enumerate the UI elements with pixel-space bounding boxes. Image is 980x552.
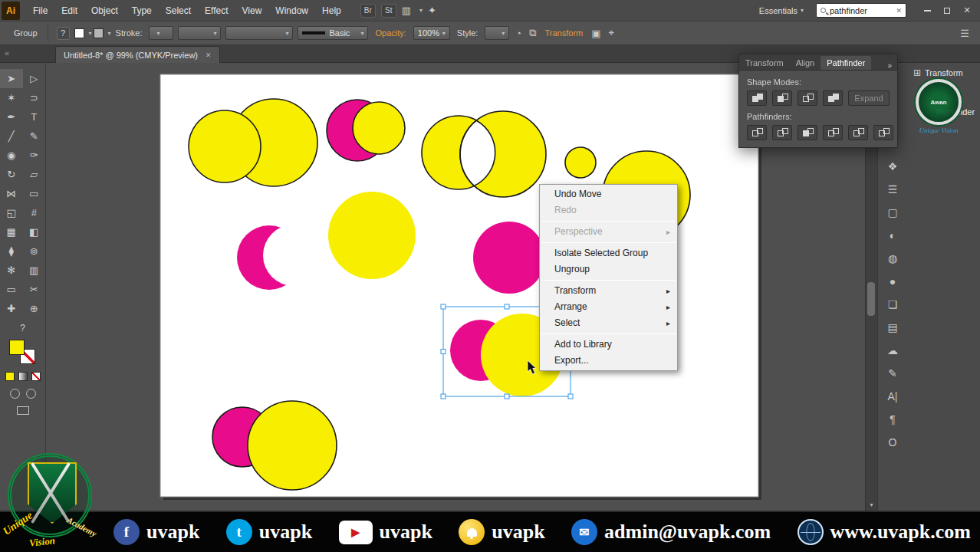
stroke-weight-stepper[interactable]: ▾ xyxy=(149,26,173,40)
bridge-icon[interactable]: Br xyxy=(360,4,376,18)
menu-edit[interactable]: Edit xyxy=(54,0,84,21)
fill-color-swatch[interactable] xyxy=(74,28,84,38)
mesh-tool[interactable]: ▦ xyxy=(0,222,23,242)
tab-pathfinder[interactable]: Pathfinder xyxy=(821,56,871,70)
pencil-tool[interactable]: ✎ xyxy=(23,127,46,146)
menu-help[interactable]: Help xyxy=(315,0,348,21)
symbols-panel-icon[interactable]: ☁ xyxy=(887,343,898,358)
search-clear-icon[interactable]: ✕ xyxy=(896,7,902,15)
tab-transform[interactable]: Transform xyxy=(739,56,790,70)
perspective-grid-tool[interactable]: # xyxy=(23,203,46,222)
stroke-caret-icon[interactable]: ▾ xyxy=(108,30,111,37)
canvas-shape-yellow[interactable] xyxy=(189,110,261,182)
libraries-panel-icon[interactable]: ▤ xyxy=(887,320,897,335)
crop-button[interactable] xyxy=(823,125,843,140)
tab-scroll-left-icon[interactable]: « xyxy=(5,48,9,58)
fill-caret-icon[interactable]: ▾ xyxy=(89,30,92,37)
canvas-shape-yellow[interactable] xyxy=(328,192,416,279)
dock-transform-button[interactable]: ⊞ Transform xyxy=(913,67,963,78)
context-item-select[interactable]: Select▸ xyxy=(540,315,677,331)
transform-link[interactable]: Transform xyxy=(545,28,584,38)
intersect-button[interactable] xyxy=(797,90,817,106)
glyphs-panel-icon[interactable]: O xyxy=(889,435,897,450)
gpu-performance-icon[interactable]: ✦ xyxy=(428,5,436,16)
app-icon[interactable]: Ai xyxy=(2,2,20,20)
selection-handle[interactable] xyxy=(568,394,573,399)
unite-button[interactable] xyxy=(747,90,767,106)
help-tool-icon[interactable]: ? xyxy=(0,323,45,334)
merge-button[interactable] xyxy=(797,125,817,140)
eyedropper-tool[interactable]: ⧫ xyxy=(0,242,23,261)
scale-tool[interactable]: ▱ xyxy=(23,165,46,184)
stroke-panel-icon[interactable]: ☰ xyxy=(888,182,898,197)
magic-wand-tool[interactable]: ✶ xyxy=(0,88,23,107)
minimize-button[interactable] xyxy=(917,3,937,18)
collapse-panel-icon[interactable]: » xyxy=(887,61,897,70)
outline-button[interactable] xyxy=(848,125,868,140)
brushes-panel-icon[interactable]: ✎ xyxy=(888,366,897,381)
context-item-isolate-selected-group[interactable]: Isolate Selected Group xyxy=(540,245,677,261)
direct-selection-tool[interactable]: ▷ xyxy=(23,69,46,88)
variable-width-dropdown[interactable]: ▾ xyxy=(178,26,221,40)
selection-handle[interactable] xyxy=(505,394,509,399)
screen-mode-button[interactable] xyxy=(17,406,29,415)
color-button[interactable] xyxy=(5,372,15,381)
search-input[interactable]: pathfinder ✕ xyxy=(816,3,906,18)
draw-behind-button[interactable] xyxy=(26,389,36,399)
shape-builder-tool[interactable]: ◱ xyxy=(0,203,23,222)
canvas-shape-yellow[interactable] xyxy=(248,401,337,490)
stock-icon[interactable]: St xyxy=(381,4,396,18)
free-transform-tool[interactable]: ▭ xyxy=(23,184,46,203)
canvas-shape-magenta[interactable] xyxy=(473,222,545,294)
swatches-panel-icon[interactable]: ▢ xyxy=(887,205,897,220)
lasso-tool[interactable]: ⊃ xyxy=(23,88,46,107)
menu-file[interactable]: File xyxy=(26,0,54,21)
document-tab[interactable]: Untitled-8* @ 99% (CMYK/Preview) ✕ xyxy=(55,46,220,63)
artboard-tool[interactable]: ▭ xyxy=(0,280,23,299)
menu-object[interactable]: Object xyxy=(84,0,125,21)
stroke-color-swatch[interactable] xyxy=(94,28,104,38)
line-segment-tool[interactable]: ╱ xyxy=(0,127,23,146)
context-item-transform[interactable]: Transform▸ xyxy=(540,283,677,299)
color-panel-icon[interactable]: ❖ xyxy=(888,159,898,174)
tab-align[interactable]: Align xyxy=(790,56,821,70)
tab-close-icon[interactable]: ✕ xyxy=(206,51,212,59)
recolor-artwork-icon[interactable]: ◔ xyxy=(515,28,521,39)
brush-profile-dropdown[interactable]: ▾ xyxy=(225,26,293,40)
arrange-documents-caret-icon[interactable]: ▾ xyxy=(419,7,423,14)
search-value[interactable]: pathfinder xyxy=(830,6,896,15)
width-tool[interactable]: ⋈ xyxy=(0,184,23,203)
workspace-switcher[interactable]: Essentials ▾ xyxy=(759,6,804,15)
appearance-panel-icon[interactable]: ● xyxy=(890,274,896,289)
divide-button[interactable] xyxy=(747,125,767,140)
paragraph-panel-icon[interactable]: ¶ xyxy=(890,412,896,427)
context-item-export[interactable]: Export... xyxy=(540,353,677,369)
trim-button[interactable] xyxy=(772,125,792,140)
scrollbar-thumb[interactable] xyxy=(867,282,875,316)
restore-button[interactable] xyxy=(937,3,957,18)
context-item-arrange[interactable]: Arrange▸ xyxy=(540,299,677,315)
selection-handle[interactable] xyxy=(441,350,446,354)
pen-tool[interactable]: ✒ xyxy=(0,107,23,127)
gradient-tool[interactable]: ◧ xyxy=(23,222,46,242)
selection-handle[interactable] xyxy=(441,394,446,399)
shaper-tool[interactable]: ◉ xyxy=(0,146,23,165)
layers-panel-icon[interactable]: ❏ xyxy=(888,297,898,312)
minus-front-button[interactable] xyxy=(772,90,792,106)
context-item-undo-move[interactable]: Undo Move xyxy=(540,186,677,202)
expand-button[interactable]: Expand xyxy=(848,90,890,106)
style-dropdown[interactable]: ▾ xyxy=(485,26,509,40)
selection-handle[interactable] xyxy=(505,304,509,309)
paintbrush-tool[interactable]: ✑ xyxy=(23,146,46,165)
scroll-down-icon[interactable]: ▾ xyxy=(870,500,873,511)
character-panel-icon[interactable]: A| xyxy=(888,389,898,404)
menu-window[interactable]: Window xyxy=(268,0,315,21)
minus-back-button[interactable] xyxy=(873,125,893,140)
symbol-sprayer-tool[interactable]: ✻ xyxy=(0,261,23,280)
canvas-shape-white[interactable] xyxy=(263,225,324,286)
context-item-ungroup[interactable]: Ungroup xyxy=(540,261,677,278)
brush-definition-dropdown[interactable]: Basic ▾ xyxy=(298,26,368,40)
context-item-add-to-library[interactable]: Add to Library xyxy=(540,337,677,353)
column-graph-tool[interactable]: ▥ xyxy=(23,261,46,280)
menu-type[interactable]: Type xyxy=(125,0,159,21)
